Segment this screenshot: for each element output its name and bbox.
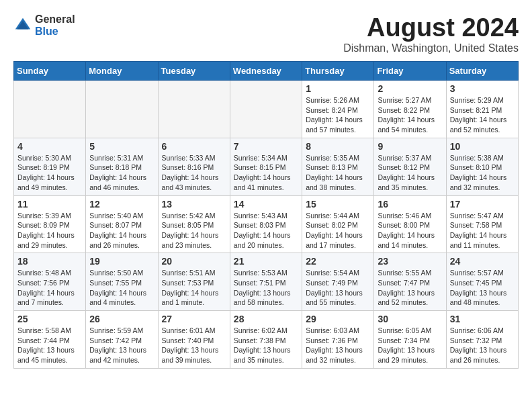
page-header: General Blue August 2024 Dishman, Washin… <box>13 13 519 54</box>
calendar-table: SundayMondayTuesdayWednesdayThursdayFrid… <box>13 61 519 369</box>
calendar-cell: 27Sunrise: 6:01 AM Sunset: 7:40 PM Dayli… <box>158 311 230 369</box>
calendar-cell: 6Sunrise: 5:33 AM Sunset: 8:16 PM Daylig… <box>158 138 230 195</box>
calendar-cell <box>230 81 302 138</box>
calendar-cell: 17Sunrise: 5:47 AM Sunset: 7:58 PM Dayli… <box>446 195 518 253</box>
day-info: Sunrise: 5:58 AM Sunset: 7:44 PM Dayligh… <box>17 326 82 365</box>
calendar-cell <box>14 81 86 138</box>
calendar-cell: 31Sunrise: 6:06 AM Sunset: 7:32 PM Dayli… <box>446 311 518 369</box>
day-info: Sunrise: 5:54 AM Sunset: 7:49 PM Dayligh… <box>306 268 370 308</box>
title-area: August 2024 Dishman, Washington, United … <box>343 13 519 54</box>
day-number: 1 <box>306 83 370 94</box>
calendar-cell: 22Sunrise: 5:54 AM Sunset: 7:49 PM Dayli… <box>302 253 374 311</box>
day-number: 27 <box>162 314 226 324</box>
calendar-cell: 8Sunrise: 5:35 AM Sunset: 8:13 PM Daylig… <box>302 138 374 195</box>
day-info: Sunrise: 5:51 AM Sunset: 7:53 PM Dayligh… <box>162 268 226 308</box>
calendar-cell: 18Sunrise: 5:48 AM Sunset: 7:56 PM Dayli… <box>14 253 86 311</box>
day-number: 23 <box>378 256 442 267</box>
day-number: 2 <box>378 83 442 94</box>
week-row-5: 25Sunrise: 5:58 AM Sunset: 7:44 PM Dayli… <box>14 311 519 369</box>
location-title: Dishman, Washington, United States <box>343 42 519 54</box>
day-number: 31 <box>450 314 515 324</box>
calendar-cell <box>158 81 230 138</box>
week-row-2: 4Sunrise: 5:30 AM Sunset: 8:19 PM Daylig… <box>14 138 519 195</box>
day-number: 25 <box>17 314 82 324</box>
calendar-cell: 25Sunrise: 5:58 AM Sunset: 7:44 PM Dayli… <box>14 311 86 369</box>
calendar-cell: 29Sunrise: 6:03 AM Sunset: 7:36 PM Dayli… <box>302 311 374 369</box>
day-info: Sunrise: 6:03 AM Sunset: 7:36 PM Dayligh… <box>306 326 370 365</box>
day-info: Sunrise: 5:38 AM Sunset: 8:10 PM Dayligh… <box>450 153 515 193</box>
day-number: 9 <box>378 141 442 152</box>
day-number: 4 <box>17 141 82 152</box>
calendar-cell: 13Sunrise: 5:42 AM Sunset: 8:05 PM Dayli… <box>158 195 230 253</box>
day-number: 30 <box>378 314 442 324</box>
calendar-cell: 26Sunrise: 5:59 AM Sunset: 7:42 PM Dayli… <box>86 311 158 369</box>
day-info: Sunrise: 5:29 AM Sunset: 8:21 PM Dayligh… <box>450 95 515 135</box>
day-info: Sunrise: 5:37 AM Sunset: 8:12 PM Dayligh… <box>378 153 442 193</box>
calendar-header-row: SundayMondayTuesdayWednesdayThursdayFrid… <box>14 62 519 81</box>
day-info: Sunrise: 5:44 AM Sunset: 8:02 PM Dayligh… <box>306 211 370 250</box>
day-number: 24 <box>450 256 515 267</box>
month-title: August 2024 <box>343 13 519 42</box>
day-info: Sunrise: 5:46 AM Sunset: 8:00 PM Dayligh… <box>378 211 442 250</box>
header-friday: Friday <box>374 62 446 81</box>
day-number: 15 <box>306 199 370 210</box>
header-saturday: Saturday <box>446 62 518 81</box>
day-info: Sunrise: 5:50 AM Sunset: 7:55 PM Dayligh… <box>89 268 154 308</box>
day-number: 12 <box>89 199 154 210</box>
day-info: Sunrise: 5:42 AM Sunset: 8:05 PM Dayligh… <box>162 211 226 250</box>
week-row-4: 18Sunrise: 5:48 AM Sunset: 7:56 PM Dayli… <box>14 253 519 311</box>
day-number: 3 <box>450 83 515 94</box>
calendar-cell: 23Sunrise: 5:55 AM Sunset: 7:47 PM Dayli… <box>374 253 446 311</box>
day-number: 20 <box>162 256 226 267</box>
day-info: Sunrise: 5:34 AM Sunset: 8:15 PM Dayligh… <box>234 153 298 193</box>
day-info: Sunrise: 5:31 AM Sunset: 8:18 PM Dayligh… <box>89 153 154 193</box>
day-info: Sunrise: 5:26 AM Sunset: 8:24 PM Dayligh… <box>306 95 370 135</box>
calendar-cell: 2Sunrise: 5:27 AM Sunset: 8:22 PM Daylig… <box>374 81 446 138</box>
logo-blue-text: Blue <box>35 26 75 38</box>
day-info: Sunrise: 5:47 AM Sunset: 7:58 PM Dayligh… <box>450 211 515 250</box>
calendar-cell: 10Sunrise: 5:38 AM Sunset: 8:10 PM Dayli… <box>446 138 518 195</box>
calendar-cell: 19Sunrise: 5:50 AM Sunset: 7:55 PM Dayli… <box>86 253 158 311</box>
header-sunday: Sunday <box>14 62 86 81</box>
calendar-cell: 16Sunrise: 5:46 AM Sunset: 8:00 PM Dayli… <box>374 195 446 253</box>
logo-icon <box>13 16 32 35</box>
calendar-cell: 20Sunrise: 5:51 AM Sunset: 7:53 PM Dayli… <box>158 253 230 311</box>
day-number: 8 <box>306 141 370 152</box>
day-info: Sunrise: 6:05 AM Sunset: 7:34 PM Dayligh… <box>378 326 442 365</box>
week-row-1: 1Sunrise: 5:26 AM Sunset: 8:24 PM Daylig… <box>14 81 519 138</box>
day-number: 10 <box>450 141 515 152</box>
day-info: Sunrise: 5:27 AM Sunset: 8:22 PM Dayligh… <box>378 95 442 135</box>
calendar-cell: 7Sunrise: 5:34 AM Sunset: 8:15 PM Daylig… <box>230 138 302 195</box>
header-tuesday: Tuesday <box>158 62 230 81</box>
calendar-cell: 12Sunrise: 5:40 AM Sunset: 8:07 PM Dayli… <box>86 195 158 253</box>
logo: General Blue <box>13 13 75 37</box>
calendar-cell: 5Sunrise: 5:31 AM Sunset: 8:18 PM Daylig… <box>86 138 158 195</box>
calendar-cell: 14Sunrise: 5:43 AM Sunset: 8:03 PM Dayli… <box>230 195 302 253</box>
day-number: 16 <box>378 199 442 210</box>
day-info: Sunrise: 5:39 AM Sunset: 8:09 PM Dayligh… <box>17 211 82 250</box>
calendar-cell: 3Sunrise: 5:29 AM Sunset: 8:21 PM Daylig… <box>446 81 518 138</box>
header-thursday: Thursday <box>302 62 374 81</box>
day-number: 5 <box>89 141 154 152</box>
calendar-cell: 1Sunrise: 5:26 AM Sunset: 8:24 PM Daylig… <box>302 81 374 138</box>
calendar-cell <box>86 81 158 138</box>
day-info: Sunrise: 6:01 AM Sunset: 7:40 PM Dayligh… <box>162 326 226 365</box>
day-info: Sunrise: 5:55 AM Sunset: 7:47 PM Dayligh… <box>378 268 442 308</box>
day-info: Sunrise: 5:48 AM Sunset: 7:56 PM Dayligh… <box>17 268 82 308</box>
day-info: Sunrise: 5:57 AM Sunset: 7:45 PM Dayligh… <box>450 268 515 308</box>
calendar-cell: 4Sunrise: 5:30 AM Sunset: 8:19 PM Daylig… <box>14 138 86 195</box>
calendar-cell: 24Sunrise: 5:57 AM Sunset: 7:45 PM Dayli… <box>446 253 518 311</box>
calendar-cell: 11Sunrise: 5:39 AM Sunset: 8:09 PM Dayli… <box>14 195 86 253</box>
day-number: 22 <box>306 256 370 267</box>
day-number: 26 <box>89 314 154 324</box>
day-info: Sunrise: 5:40 AM Sunset: 8:07 PM Dayligh… <box>89 211 154 250</box>
day-number: 7 <box>234 141 298 152</box>
calendar-cell: 15Sunrise: 5:44 AM Sunset: 8:02 PM Dayli… <box>302 195 374 253</box>
day-number: 19 <box>89 256 154 267</box>
logo-general-text: General <box>35 13 75 26</box>
day-info: Sunrise: 5:30 AM Sunset: 8:19 PM Dayligh… <box>17 153 82 193</box>
day-number: 11 <box>17 199 82 210</box>
day-number: 14 <box>234 199 298 210</box>
day-number: 13 <box>162 199 226 210</box>
day-number: 17 <box>450 199 515 210</box>
